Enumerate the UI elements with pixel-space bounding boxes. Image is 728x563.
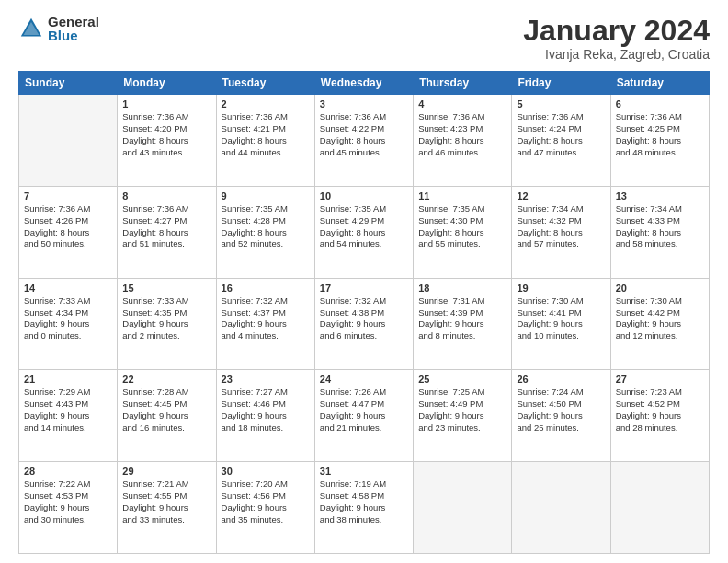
- cell-line: Sunrise: 7:36 AM: [222, 111, 310, 123]
- calendar-cell: 3Sunrise: 7:36 AMSunset: 4:22 PMDaylight…: [314, 95, 413, 187]
- cell-line: Sunset: 4:32 PM: [517, 215, 605, 227]
- calendar-cell: 31Sunrise: 7:19 AMSunset: 4:58 PMDayligh…: [314, 462, 413, 554]
- day-number: 31: [320, 465, 408, 477]
- cell-line: Sunset: 4:21 PM: [222, 123, 310, 135]
- cell-line: Daylight: 9 hours: [418, 318, 506, 330]
- cell-line: Sunset: 4:22 PM: [320, 123, 408, 135]
- day-number: 5: [517, 98, 605, 109]
- cell-line: and 8 minutes.: [418, 330, 506, 342]
- calendar-cell: 28Sunrise: 7:22 AMSunset: 4:53 PMDayligh…: [19, 462, 118, 554]
- cell-line: Daylight: 9 hours: [24, 502, 112, 514]
- cell-line: Daylight: 8 hours: [616, 227, 704, 239]
- calendar-cell: 9Sunrise: 7:35 AMSunset: 4:28 PMDaylight…: [216, 186, 314, 278]
- cell-line: Daylight: 9 hours: [24, 318, 112, 330]
- calendar-cell: 26Sunrise: 7:24 AMSunset: 4:50 PMDayligh…: [512, 370, 610, 462]
- cell-line: Sunset: 4:20 PM: [122, 123, 210, 135]
- cell-line: Daylight: 8 hours: [517, 135, 605, 147]
- logo: General Blue: [18, 15, 99, 42]
- cell-line: Daylight: 9 hours: [122, 318, 210, 330]
- cell-line: Sunrise: 7:36 AM: [517, 111, 605, 123]
- day-number: 28: [24, 465, 112, 477]
- cell-line: Daylight: 9 hours: [122, 410, 210, 422]
- day-number: 23: [222, 373, 310, 385]
- cell-line: Sunrise: 7:36 AM: [616, 111, 704, 123]
- cell-line: Sunrise: 7:32 AM: [320, 295, 408, 307]
- day-number: 30: [222, 465, 310, 477]
- cell-line: Sunset: 4:45 PM: [122, 398, 210, 410]
- cell-line: Daylight: 8 hours: [24, 227, 112, 239]
- cell-line: Sunset: 4:33 PM: [616, 215, 704, 227]
- day-number: 9: [222, 190, 310, 201]
- cell-line: and 51 minutes.: [122, 238, 210, 250]
- cell-line: and 12 minutes.: [616, 330, 704, 342]
- calendar-cell: 18Sunrise: 7:31 AMSunset: 4:39 PMDayligh…: [414, 278, 512, 370]
- cell-line: Daylight: 9 hours: [222, 318, 310, 330]
- cell-line: and 54 minutes.: [320, 238, 408, 250]
- cell-line: Sunset: 4:50 PM: [517, 398, 605, 410]
- cell-line: Sunset: 4:25 PM: [616, 123, 704, 135]
- header: General Blue January 2024 Ivanja Reka, Z…: [18, 15, 710, 62]
- cell-line: Sunset: 4:58 PM: [320, 490, 408, 502]
- cell-line: Daylight: 9 hours: [320, 502, 408, 514]
- cell-line: Daylight: 8 hours: [122, 135, 210, 147]
- day-number: 20: [616, 282, 704, 293]
- cell-line: and 10 minutes.: [517, 330, 605, 342]
- calendar-cell: 22Sunrise: 7:28 AMSunset: 4:45 PMDayligh…: [118, 370, 216, 462]
- cell-line: Sunset: 4:29 PM: [320, 215, 408, 227]
- cell-line: Sunrise: 7:26 AM: [320, 386, 408, 398]
- weekday-header-monday: Monday: [118, 72, 216, 95]
- cell-line: Daylight: 8 hours: [320, 135, 408, 147]
- calendar-cell: 10Sunrise: 7:35 AMSunset: 4:29 PMDayligh…: [314, 186, 413, 278]
- day-number: 13: [616, 190, 704, 201]
- cell-line: Sunset: 4:24 PM: [517, 123, 605, 135]
- cell-line: and 48 minutes.: [616, 147, 704, 159]
- day-number: 18: [418, 282, 506, 293]
- day-number: 3: [320, 98, 408, 109]
- day-number: 21: [24, 373, 112, 385]
- calendar-cell: 8Sunrise: 7:36 AMSunset: 4:27 PMDaylight…: [118, 186, 216, 278]
- cell-line: Sunrise: 7:27 AM: [222, 386, 310, 398]
- cell-line: and 38 minutes.: [320, 514, 408, 526]
- calendar-cell: 30Sunrise: 7:20 AMSunset: 4:56 PMDayligh…: [216, 462, 314, 554]
- cell-line: Sunset: 4:26 PM: [24, 215, 112, 227]
- calendar-cell: 20Sunrise: 7:30 AMSunset: 4:42 PMDayligh…: [610, 278, 709, 370]
- day-number: 15: [122, 282, 210, 293]
- cell-line: and 45 minutes.: [320, 147, 408, 159]
- logo-icon: [18, 16, 44, 41]
- cell-line: Sunset: 4:56 PM: [222, 490, 310, 502]
- cell-line: Sunrise: 7:28 AM: [122, 386, 210, 398]
- cell-line: Daylight: 8 hours: [418, 227, 506, 239]
- cell-line: Sunset: 4:49 PM: [418, 398, 506, 410]
- calendar-cell: 25Sunrise: 7:25 AMSunset: 4:49 PMDayligh…: [414, 370, 512, 462]
- weekday-header-wednesday: Wednesday: [314, 72, 413, 95]
- cell-line: Sunset: 4:43 PM: [24, 398, 112, 410]
- cell-line: Daylight: 9 hours: [320, 318, 408, 330]
- cell-line: Sunrise: 7:34 AM: [616, 203, 704, 215]
- week-row-3: 14Sunrise: 7:33 AMSunset: 4:34 PMDayligh…: [19, 278, 710, 370]
- cell-line: and 47 minutes.: [517, 147, 605, 159]
- calendar-cell: 7Sunrise: 7:36 AMSunset: 4:26 PMDaylight…: [19, 186, 118, 278]
- cell-line: Sunset: 4:52 PM: [616, 398, 704, 410]
- cell-line: Sunset: 4:23 PM: [418, 123, 506, 135]
- day-number: 2: [222, 98, 310, 109]
- cell-line: Sunrise: 7:22 AM: [24, 478, 112, 490]
- day-number: 25: [418, 373, 506, 385]
- calendar: SundayMondayTuesdayWednesdayThursdayFrid…: [18, 71, 710, 554]
- cell-line: Sunset: 4:28 PM: [222, 215, 310, 227]
- weekday-header-sunday: Sunday: [19, 72, 118, 95]
- cell-line: Sunrise: 7:36 AM: [320, 111, 408, 123]
- logo-general: General: [48, 15, 99, 29]
- cell-line: Sunset: 4:38 PM: [320, 307, 408, 319]
- calendar-cell: [512, 462, 610, 554]
- cell-line: Daylight: 8 hours: [222, 227, 310, 239]
- cell-line: Sunrise: 7:36 AM: [122, 111, 210, 123]
- cell-line: Sunset: 4:35 PM: [122, 307, 210, 319]
- day-number: 10: [320, 190, 408, 201]
- calendar-cell: 13Sunrise: 7:34 AMSunset: 4:33 PMDayligh…: [610, 186, 709, 278]
- day-number: 1: [122, 98, 210, 109]
- calendar-cell: 27Sunrise: 7:23 AMSunset: 4:52 PMDayligh…: [610, 370, 709, 462]
- cell-line: Sunrise: 7:19 AM: [320, 478, 408, 490]
- cell-line: Sunset: 4:27 PM: [122, 215, 210, 227]
- calendar-cell: 16Sunrise: 7:32 AMSunset: 4:37 PMDayligh…: [216, 278, 314, 370]
- cell-line: Sunrise: 7:36 AM: [122, 203, 210, 215]
